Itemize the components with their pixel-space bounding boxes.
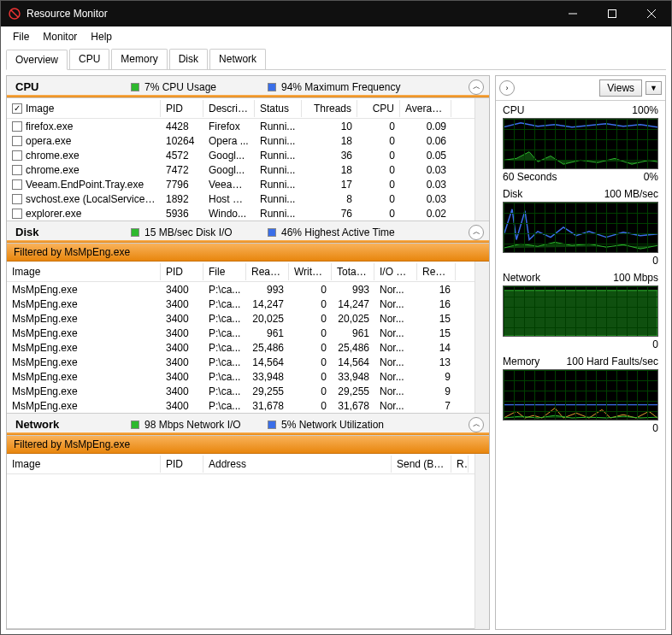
col-pid[interactable]: PID — [161, 100, 203, 117]
graph-min: 0 — [652, 338, 658, 350]
col-desc[interactable]: Descrip... — [203, 100, 255, 117]
network-table-header: Image PID Address Send (B/s... Re — [7, 454, 475, 474]
cpu-section: CPU 7% CPU Usage 94% Maximum Frequency ︿… — [7, 76, 489, 221]
tab-cpu[interactable]: CPU — [69, 49, 109, 69]
disk-filter-bar: Filtered by MsMpEng.exe — [7, 244, 489, 262]
tab-overview[interactable]: Overview — [6, 50, 68, 70]
network-filter-bar: Filtered by MsMpEng.exe — [7, 436, 489, 454]
menubar: File Monitor Help — [1, 26, 671, 47]
svg-line-1 — [11, 10, 18, 17]
chevron-up-icon[interactable]: ︿ — [469, 225, 484, 240]
tabstrip: Overview CPU Memory Disk Network — [6, 49, 666, 70]
disk-io-stat: 15 MB/sec Disk I/O — [131, 226, 268, 238]
col-status[interactable]: Status — [255, 100, 302, 117]
tab-disk[interactable]: Disk — [169, 49, 208, 69]
views-button[interactable]: Views — [599, 79, 642, 97]
table-row[interactable]: explorer.exe5936Windo...Runni...7600.02 — [7, 206, 475, 220]
row-checkbox[interactable] — [12, 209, 22, 219]
col-file[interactable]: File — [203, 263, 246, 280]
cpu-section-header[interactable]: CPU 7% CPU Usage 94% Maximum Frequency ︿ — [7, 76, 489, 98]
chevron-up-icon[interactable]: ︿ — [469, 79, 484, 95]
chevron-right-icon[interactable]: › — [499, 80, 515, 96]
views-dropdown[interactable]: ▼ — [645, 81, 662, 95]
col-iopr[interactable]: I/O Pr... — [374, 263, 417, 280]
row-checkbox[interactable] — [12, 121, 22, 132]
tab-memory[interactable]: Memory — [111, 49, 167, 69]
col-resp[interactable]: Resp... — [417, 263, 456, 280]
graph-label: CPU — [503, 104, 524, 116]
scrollbar[interactable] — [475, 262, 489, 413]
col-image[interactable]: Image — [26, 103, 54, 115]
table-row[interactable]: MsMpEng.exe3400P:\ca...20,025020,025Nor.… — [7, 311, 475, 326]
network-section: Network 98 Mbps Network I/O 5% Network U… — [7, 414, 489, 629]
menu-monitor[interactable]: Monitor — [36, 28, 84, 45]
row-checkbox[interactable] — [12, 150, 22, 161]
col-total[interactable]: Total ... — [332, 263, 374, 280]
table-row[interactable]: MsMpEng.exe3400P:\ca...29,255029,255Nor.… — [7, 384, 475, 398]
graph-label: Network — [503, 272, 540, 284]
network-section-title: Network — [7, 418, 131, 431]
col-read[interactable]: Read ... — [246, 263, 289, 280]
disk-table-header: Image PID File Read ... Write... Total .… — [7, 262, 475, 282]
minimize-button[interactable] — [553, 1, 592, 26]
table-row[interactable]: opera.exe10264Opera ...Runni...1800.06 — [7, 133, 475, 148]
chevron-up-icon[interactable]: ︿ — [469, 417, 484, 432]
col-address[interactable]: Address — [203, 456, 392, 473]
graph-xaxis: 60 Seconds — [503, 171, 557, 183]
scrollbar[interactable] — [475, 98, 489, 220]
table-row[interactable]: MsMpEng.exe3400P:\ca...14,564014,564Nor.… — [7, 355, 475, 369]
col-image[interactable]: Image — [7, 263, 161, 280]
cpu-section-title: CPU — [7, 80, 131, 93]
col-threads[interactable]: Threads — [302, 100, 357, 117]
col-recv[interactable]: Re — [451, 456, 469, 473]
row-checkbox[interactable] — [12, 136, 22, 146]
col-avg[interactable]: Averag... — [400, 100, 451, 117]
disk-section-header[interactable]: Disk 15 MB/sec Disk I/O 46% Highest Acti… — [7, 221, 489, 244]
col-cpu[interactable]: CPU — [357, 100, 400, 117]
graph-min: 0 — [652, 422, 658, 434]
cpu-freq-stat: 94% Maximum Frequency — [268, 81, 404, 93]
network-section-header[interactable]: Network 98 Mbps Network I/O 5% Network U… — [7, 414, 489, 436]
row-checkbox[interactable] — [12, 194, 22, 204]
tab-network[interactable]: Network — [209, 49, 266, 69]
table-row[interactable]: chrome.exe7472Googl...Runni...1800.03 — [7, 162, 475, 177]
select-all-checkbox[interactable] — [12, 103, 22, 114]
disk-section-title: Disk — [7, 226, 131, 238]
graph-cpu: CPU100% 60 Seconds0% — [496, 101, 665, 185]
row-checkbox[interactable] — [12, 179, 22, 190]
table-row[interactable]: Veeam.EndPoint.Tray.exe7796Veeam ...Runn… — [7, 177, 475, 191]
window-title: Resource Monitor — [27, 8, 553, 20]
table-row[interactable]: chrome.exe4572Googl...Runni...3600.05 — [7, 148, 475, 162]
table-row[interactable]: MsMpEng.exe3400P:\ca...14,247014,247Nor.… — [7, 297, 475, 311]
table-row[interactable]: MsMpEng.exe3400P:\ca...9610961Nor...15 — [7, 326, 475, 340]
disk-active-stat: 46% Highest Active Time — [268, 226, 404, 238]
menu-file[interactable]: File — [6, 28, 36, 45]
cpu-table: Image PID Descrip... Status Threads CPU … — [7, 98, 475, 220]
table-row[interactable]: firefox.exe4428FirefoxRunni...1000.09 — [7, 119, 475, 133]
menu-help[interactable]: Help — [84, 28, 119, 45]
graph-memory: Memory100 Hard Faults/sec 0 — [496, 352, 665, 436]
col-write[interactable]: Write... — [289, 263, 332, 280]
cpu-graph-canvas — [503, 118, 658, 169]
titlebar: Resource Monitor — [1, 1, 671, 26]
row-checkbox[interactable] — [12, 165, 22, 175]
app-icon — [8, 7, 21, 21]
table-row[interactable]: svchost.exe (LocalServiceNet...1892Host … — [7, 191, 475, 206]
graph-max: 100 Hard Faults/sec — [567, 356, 658, 367]
maximize-button[interactable] — [592, 1, 632, 26]
right-panel: › Views ▼ CPU100% 60 Seconds0% Disk100 M… — [495, 75, 666, 630]
network-io-stat: 98 Mbps Network I/O — [131, 419, 268, 431]
graph-min: 0% — [644, 171, 658, 183]
close-button[interactable] — [632, 1, 671, 26]
table-row[interactable]: MsMpEng.exe3400P:\ca...9930993Nor...16 — [7, 282, 475, 297]
graph-network: Network100 Mbps 0 — [496, 268, 665, 352]
table-row[interactable]: MsMpEng.exe3400P:\ca...33,948033,948Nor.… — [7, 369, 475, 384]
graph-label: Memory — [503, 356, 539, 367]
scrollbar[interactable] — [475, 454, 489, 630]
table-row[interactable]: MsMpEng.exe3400P:\ca...25,486025,486Nor.… — [7, 340, 475, 355]
col-pid[interactable]: PID — [161, 456, 203, 473]
col-image[interactable]: Image — [7, 456, 161, 473]
col-send[interactable]: Send (B/s... — [392, 456, 451, 473]
table-row[interactable]: MsMpEng.exe3400P:\ca...31,678031,678Nor.… — [7, 398, 475, 413]
col-pid[interactable]: PID — [161, 263, 203, 280]
